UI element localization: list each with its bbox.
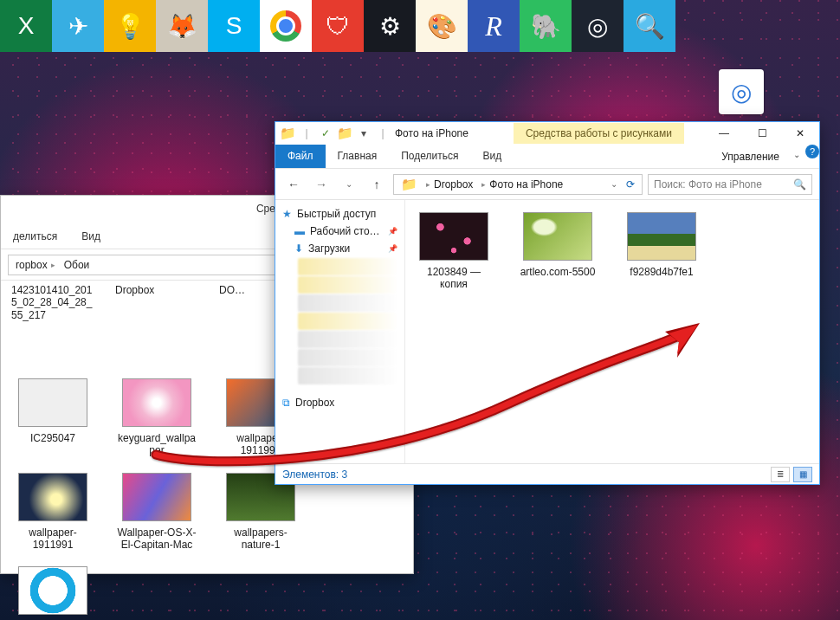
- dock-paint[interactable]: 🎨: [416, 0, 468, 52]
- dock-telegram[interactable]: ✈: [52, 0, 104, 52]
- explorer-window-front[interactable]: 📁 | ✓ 📁 ▾ | Фото на iPhone Средства рабо…: [275, 121, 820, 485]
- file-item[interactable]: Wallpaper-OS-X-El-Capitan-Mac: [115, 473, 198, 552]
- qat-overflow-icon[interactable]: ▾: [357, 126, 371, 140]
- file-item[interactable]: [11, 566, 94, 620]
- breadcrumb[interactable]: 📁 ▸Dropbox ▸Фото на iPhone ⌄ ⟳: [393, 174, 643, 195]
- nav-quick-access[interactable]: ★Быстрый доступ: [279, 205, 401, 223]
- file-item[interactable]: 1423101410_2015_02_28_04_28_55_217: [11, 284, 94, 363]
- address-bar: ← → ⌄ ↑ 📁 ▸Dropbox ▸Фото на iPhone ⌄ ⟳ П…: [275, 169, 819, 200]
- dock-search[interactable]: 🔍: [624, 0, 675, 52]
- thumbnail: [18, 378, 87, 427]
- nav-blurred-item[interactable]: [298, 349, 397, 366]
- thumbnail: [18, 473, 87, 521]
- dock-chrome[interactable]: [260, 0, 312, 52]
- thumbnail: [419, 212, 488, 261]
- thumbnail: [122, 378, 191, 427]
- tab-view[interactable]: Вид: [470, 145, 514, 168]
- view-details-button[interactable]: ≣: [771, 467, 790, 482]
- tab-file[interactable]: Файл: [275, 145, 326, 168]
- folder-icon: 📁: [338, 126, 352, 140]
- nav-downloads[interactable]: ⬇Загрузки: [279, 240, 401, 257]
- thumbnail: [627, 212, 696, 261]
- tab-view-back[interactable]: Вид: [69, 225, 113, 249]
- picture-tools-tab[interactable]: Средства работы с рисунками: [514, 123, 684, 144]
- search-icon: 🔍: [793, 178, 806, 191]
- dock-skype[interactable]: S: [208, 0, 260, 52]
- window-title: Фото на iPhone: [395, 127, 468, 139]
- file-item[interactable]: keyguard_wallpaper: [115, 378, 198, 457]
- nav-dropbox[interactable]: ⧉Dropbox: [279, 394, 401, 411]
- nav-blurred-item[interactable]: [298, 294, 397, 312]
- file-item[interactable]: wallpaper-1911991: [11, 473, 94, 552]
- close-button[interactable]: ✕: [781, 122, 819, 145]
- qat-divider: |: [376, 126, 390, 140]
- file-item[interactable]: f9289d4b7fe1: [620, 212, 703, 291]
- dock-gimp[interactable]: 🦊: [156, 0, 208, 52]
- nav-blurred-item[interactable]: [298, 313, 397, 330]
- tab-home[interactable]: Главная: [326, 145, 390, 168]
- dock-excel[interactable]: X: [0, 0, 52, 52]
- ribbon-expand-icon[interactable]: ⌄: [788, 145, 805, 168]
- file-item[interactable]: Dropbox: [115, 284, 198, 363]
- folder-icon: 📁: [281, 126, 294, 140]
- up-button[interactable]: ↑: [365, 173, 388, 196]
- navigation-pane: ★Быстрый доступ ▬Рабочий сто… ⬇Загрузки …: [275, 200, 405, 463]
- thumbnail: [122, 473, 191, 521]
- nav-blurred-item[interactable]: [298, 367, 397, 384]
- file-item[interactable]: DO…: [219, 284, 254, 363]
- file-item[interactable]: IC295047: [11, 378, 94, 457]
- file-item[interactable]: artleo.com-5500: [516, 212, 599, 291]
- nav-desktop[interactable]: ▬Рабочий сто…: [279, 223, 401, 240]
- nav-blurred-item[interactable]: [298, 258, 397, 275]
- chevron-down-icon[interactable]: ⌄: [607, 179, 621, 189]
- dock-lens[interactable]: ◎: [572, 0, 624, 52]
- desktop-shortcut[interactable]: ◎: [719, 69, 764, 114]
- qat-divider: |: [300, 126, 313, 140]
- qat-check-icon[interactable]: ✓: [319, 126, 333, 140]
- title-bar[interactable]: 📁 | ✓ 📁 ▾ | Фото на iPhone Средства рабо…: [275, 122, 819, 145]
- target-icon: ◎: [731, 78, 752, 107]
- nav-blurred-item[interactable]: [298, 276, 397, 294]
- dock-steam[interactable]: ⚙: [364, 0, 416, 52]
- thumbnail: [523, 212, 592, 261]
- maximize-button[interactable]: ☐: [743, 122, 781, 145]
- search-input[interactable]: Поиск: Фото на iPhone 🔍: [648, 174, 812, 195]
- chrome-icon: [270, 10, 301, 42]
- thumbnail: [18, 566, 87, 615]
- back-button[interactable]: ←: [282, 173, 305, 196]
- search-placeholder: Поиск: Фото на iPhone: [654, 178, 762, 191]
- dock-revo[interactable]: R: [468, 0, 520, 52]
- help-icon[interactable]: ?: [805, 145, 819, 158]
- status-bar: Элементов: 3 ≣ ▦: [275, 463, 819, 484]
- dock-keep[interactable]: 💡: [104, 0, 156, 52]
- file-list[interactable]: 1203849 — копия artleo.com-5500 f9289d4b…: [405, 200, 819, 463]
- tab-share-back[interactable]: делиться: [1, 225, 69, 249]
- view-large-icons-button[interactable]: ▦: [793, 467, 812, 482]
- folder-icon: 📁: [397, 177, 421, 192]
- refresh-icon[interactable]: ⟳: [623, 178, 638, 191]
- minimize-button[interactable]: —: [705, 122, 743, 145]
- file-item[interactable]: 1203849 — копия: [412, 212, 495, 291]
- tab-share[interactable]: Поделиться: [389, 145, 470, 168]
- nav-blurred-item[interactable]: [298, 331, 397, 348]
- dock: X ✈ 💡 🦊 S 🛡 ⚙ 🎨 R 🐘 ◎ 🔍: [0, 0, 840, 52]
- tab-manage[interactable]: Управление: [721, 151, 779, 163]
- status-text: Элементов: 3: [282, 468, 347, 481]
- dock-app1[interactable]: 🛡: [312, 0, 364, 52]
- recent-locations-icon[interactable]: ⌄: [338, 173, 360, 196]
- ribbon: Файл Главная Поделиться Вид Управление ⌄…: [275, 145, 819, 169]
- forward-button[interactable]: →: [310, 173, 333, 196]
- dock-evernote[interactable]: 🐘: [520, 0, 572, 52]
